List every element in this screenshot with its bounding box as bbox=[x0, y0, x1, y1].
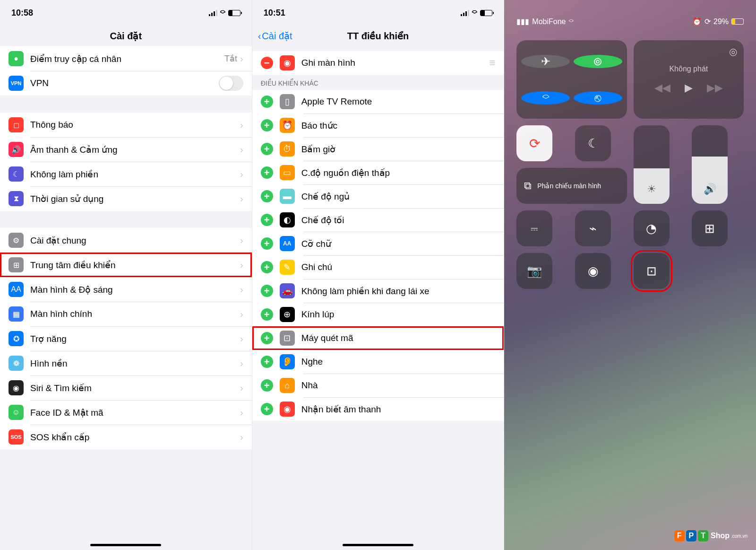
wifi-toggle[interactable]: ⌔ bbox=[521, 91, 570, 105]
volume-icon: 🔊 bbox=[704, 183, 716, 195]
settings-screen: 10:58 ⌔ Cài đặt ●Điểm truy cập cá nhânTắ… bbox=[0, 0, 252, 550]
home-indicator[interactable] bbox=[343, 544, 413, 546]
cellular-toggle[interactable]: ⊚ bbox=[574, 55, 622, 68]
add-button[interactable]: + bbox=[261, 119, 273, 131]
hourglass-icon: ⧗ bbox=[9, 191, 24, 206]
connectivity-module[interactable]: ✈⊚⌔⎋ bbox=[516, 40, 627, 119]
row-label: Thông báo bbox=[30, 120, 240, 130]
row-label: Siri & Tìm kiếm bbox=[30, 383, 240, 393]
timer-button[interactable]: ◔ bbox=[634, 210, 670, 246]
car-icon: 🚗 bbox=[280, 283, 295, 298]
row-label: Điểm truy cập cá nhân bbox=[30, 53, 224, 64]
bluetooth-toggle[interactable]: ⎋ bbox=[574, 91, 622, 105]
media-module[interactable]: ◎ Không phát ◀◀ ▶ ▶▶ bbox=[634, 40, 744, 119]
add-button[interactable]: + bbox=[261, 356, 273, 368]
row-label: Cài đặt chung bbox=[30, 235, 240, 246]
screen-record-icon: ◉ bbox=[588, 264, 599, 279]
add-button[interactable]: + bbox=[261, 261, 273, 273]
add-button[interactable]: + bbox=[261, 214, 273, 226]
settings-row--m-thanh-c-m-ng[interactable]: 🔊Âm thanh & Cảm ứng› bbox=[0, 137, 252, 162]
control-label: Kính lúp bbox=[301, 309, 496, 320]
settings-row--i-m-truy-c-p-c-nh-n[interactable]: ●Điểm truy cập cá nhânTắt› bbox=[0, 46, 252, 71]
add-button[interactable]: + bbox=[261, 308, 273, 321]
row-label: SOS khẩn cấp bbox=[30, 432, 240, 443]
nav-bar: ‹ Cài đặt TT điều khiển bbox=[252, 26, 504, 46]
control-center-settings-screen: 10:51 ⌔ ‹ Cài đặt TT điều khiển −◉Ghi mà… bbox=[252, 0, 505, 550]
alarm-icon: ⏰ bbox=[280, 118, 295, 133]
flashlight-icon: ⌁ bbox=[589, 221, 597, 236]
add-button[interactable]: + bbox=[261, 166, 273, 179]
voice-memo-button[interactable]: ⎓ bbox=[516, 210, 552, 246]
signal-icon: ▮▮▮ bbox=[516, 17, 529, 26]
orientation-lock-toggle[interactable]: ⟳ bbox=[516, 125, 552, 161]
chevron-right-icon: › bbox=[240, 432, 243, 443]
wallpaper-icon: ❁ bbox=[9, 356, 24, 371]
control-row-b-o-th-c: +⏰Báo thức bbox=[252, 113, 504, 137]
settings-row-siri-t-m-ki-m[interactable]: ◉Siri & Tìm kiếm› bbox=[0, 375, 252, 400]
settings-row-th-i-gian-s-d-ng[interactable]: ⧗Thời gian sử dụng› bbox=[0, 186, 252, 211]
textsize-icon: AA bbox=[280, 236, 295, 251]
add-button[interactable]: + bbox=[261, 403, 273, 415]
notes-icon: ✎ bbox=[280, 260, 295, 275]
flashlight-button[interactable]: ⌁ bbox=[575, 210, 611, 246]
settings-row-kh-ng-l-m-phi-n[interactable]: ☾Không làm phiền› bbox=[0, 162, 252, 186]
home-icon: ⌂ bbox=[280, 378, 295, 393]
settings-row-face-id-m-t-m-[interactable]: ☺Face ID & Mật mã› bbox=[0, 400, 252, 425]
lock-icon: ⟳ bbox=[704, 17, 711, 26]
settings-row-m-n-h-nh-ch-nh[interactable]: ▦Màn hình chính› bbox=[0, 302, 252, 326]
settings-row-tr-n-ng[interactable]: ✪Trợ năng› bbox=[0, 326, 252, 351]
control-label: Chế độ tối bbox=[301, 215, 496, 226]
settings-row-c-i-t-chung[interactable]: ⚙Cài đặt chung› bbox=[0, 228, 252, 253]
prev-track-icon[interactable]: ◀◀ bbox=[654, 82, 670, 94]
airplay-icon[interactable]: ◎ bbox=[729, 46, 737, 57]
drag-handle-icon[interactable]: ≡ bbox=[490, 57, 496, 69]
add-button[interactable]: + bbox=[261, 190, 273, 202]
settings-row-sos-kh-n-c-p[interactable]: SOSSOS khẩn cấp› bbox=[0, 425, 252, 449]
control-label: Báo thức bbox=[301, 120, 496, 131]
siri-icon: ◉ bbox=[9, 380, 24, 395]
back-button[interactable]: ‹ Cài đặt bbox=[258, 30, 292, 42]
control-row-b-m-gi-: +⏱Bấm giờ bbox=[252, 137, 504, 161]
chevron-right-icon: › bbox=[240, 144, 243, 155]
brightness-slider[interactable]: ☀ bbox=[634, 125, 670, 204]
volume-slider[interactable]: 🔊 bbox=[692, 125, 728, 204]
qr-scanner-button[interactable]: ⊡ bbox=[634, 253, 670, 289]
remove-button[interactable]: − bbox=[261, 57, 273, 69]
toggle-switch[interactable] bbox=[219, 76, 243, 91]
add-button[interactable]: + bbox=[261, 285, 273, 297]
airplane-toggle[interactable]: ✈ bbox=[521, 55, 570, 68]
settings-row-h-nh-n-n[interactable]: ❁Hình nền› bbox=[0, 351, 252, 375]
settings-row-th-ng-b-o[interactable]: ◻Thông báo› bbox=[0, 113, 252, 137]
row-label: Hình nền bbox=[30, 358, 240, 369]
add-button[interactable]: + bbox=[261, 332, 273, 344]
chevron-right-icon: › bbox=[240, 120, 243, 131]
play-icon[interactable]: ▶ bbox=[685, 82, 693, 94]
calculator-button[interactable]: ⊞ bbox=[692, 210, 728, 246]
status-time: 10:51 bbox=[264, 8, 285, 18]
screen-record-button[interactable]: ◉ bbox=[575, 253, 611, 289]
chevron-right-icon: › bbox=[240, 53, 243, 64]
ear-icon: 👂 bbox=[280, 354, 295, 369]
settings-row-vpn[interactable]: VPNVPN bbox=[0, 71, 252, 96]
dnd-toggle[interactable]: ☾ bbox=[575, 125, 611, 161]
screen-mirroring-button[interactable]: ⧉ Phản chiếu màn hình bbox=[516, 168, 627, 204]
next-track-icon[interactable]: ▶▶ bbox=[707, 82, 723, 94]
control-label: Cỡ chữ bbox=[301, 238, 496, 249]
add-button[interactable]: + bbox=[261, 96, 273, 108]
camera-button[interactable]: 📷 bbox=[516, 253, 552, 289]
add-button[interactable]: + bbox=[261, 379, 273, 392]
chevron-left-icon: ‹ bbox=[258, 31, 261, 42]
sound-icon: ◉ bbox=[280, 402, 295, 417]
add-button[interactable]: + bbox=[261, 237, 273, 250]
settings-row-m-n-h-nh-s-ng[interactable]: AAMàn hình & Độ sáng› bbox=[0, 277, 252, 302]
settings-row-trung-t-m-i-u-khi-n[interactable]: ⊞Trung tâm điều khiển› bbox=[0, 253, 252, 277]
add-button[interactable]: + bbox=[261, 143, 273, 155]
row-label: Thời gian sử dụng bbox=[30, 193, 240, 204]
status-indicators: ⌔ bbox=[461, 8, 492, 18]
chevron-right-icon: › bbox=[240, 407, 243, 418]
brightness-icon: ☀ bbox=[647, 183, 656, 195]
chevron-right-icon: › bbox=[240, 383, 243, 393]
control-label: Ghi chú bbox=[301, 262, 496, 272]
home-indicator[interactable] bbox=[90, 544, 161, 546]
control-label: Nhận biết âm thanh bbox=[301, 404, 496, 415]
